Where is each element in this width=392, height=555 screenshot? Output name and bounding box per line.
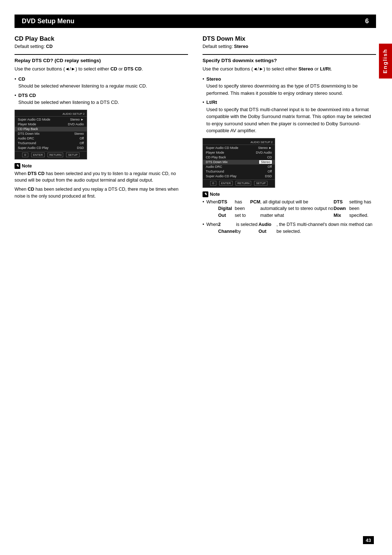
left-menu-enter-btn: ENTER bbox=[31, 153, 45, 157]
right-menu-enter-btn: ENTER bbox=[219, 181, 233, 186]
right-bullet-stereo-text: Used to specify stereo downmixing as the… bbox=[207, 83, 358, 96]
left-menu-row-4: DTS Down MixStereo bbox=[15, 131, 87, 136]
left-menu-row-1: Super Audio CD ModeStereo ► bbox=[15, 117, 87, 122]
left-bullet-cd-content: CD Should be selected whenever listening… bbox=[19, 76, 147, 90]
right-menu-nav-icon: ⊙ bbox=[210, 181, 216, 186]
left-note-label: Note bbox=[22, 163, 32, 169]
right-bullet-list-stereo: Stereo Used to specify stereo downmixing… bbox=[203, 76, 376, 97]
right-bullet-stereo-content: Stereo Used to specify stereo downmixing… bbox=[207, 76, 376, 97]
right-instruction: Use the cursor buttons (◄/►) to select e… bbox=[203, 65, 376, 73]
page-wrapper: English DVD Setup Menu 6 CD Play Back De… bbox=[0, 0, 392, 555]
right-menu-row-1: Super Audio CD ModeStereo ► bbox=[203, 146, 275, 150]
right-bullet-ltrt-text: Used to specify that DTS multi-channel i… bbox=[207, 107, 371, 134]
right-menu-return-btn: RETURN bbox=[236, 181, 251, 186]
right-menu-row-7: Super Audio CD PlayDSD bbox=[203, 174, 275, 179]
left-subsection-title: Replay DTS CD? (CD replay settings) bbox=[15, 58, 188, 63]
left-menu-title: AUDIO SETUP 2 bbox=[15, 112, 87, 117]
left-note-p1: When DTS CD has been selected and you tr… bbox=[15, 170, 188, 184]
right-menu-bottom-bar: ⊙ ENTER RETURN SETUP bbox=[203, 179, 275, 186]
left-bullet-list-2: DTS CD Should be selected when listening… bbox=[15, 92, 188, 106]
right-menu-row-6: TruSurroundOff bbox=[203, 169, 275, 174]
right-menu-row-5: Audio DRCOff bbox=[203, 165, 275, 169]
right-note-item-1: When DTS Digital Out has been set to PCM… bbox=[203, 199, 376, 219]
right-bullet-ltrt-content: Lt/Rt Used to specify that DTS multi-cha… bbox=[207, 99, 376, 134]
right-note-list: When DTS Digital Out has been set to PCM… bbox=[203, 199, 376, 235]
header-bar: DVD Setup Menu 6 bbox=[15, 15, 376, 28]
page-title: DVD Setup Menu bbox=[22, 17, 74, 25]
right-section-title: DTS Down Mix bbox=[203, 35, 376, 42]
left-menu-row-3: CD Play Back bbox=[15, 127, 87, 131]
left-menu-return-btn: RETURN bbox=[48, 153, 63, 157]
left-divider bbox=[15, 54, 188, 55]
left-menu-row-2: Player ModeDVD Audio bbox=[15, 122, 87, 127]
right-bullet-stereo-label: Stereo bbox=[207, 76, 221, 82]
left-menu-setup-btn: SETUP bbox=[66, 153, 79, 157]
left-bullet-dtscd-content: DTS CD Should be selected when listening… bbox=[19, 92, 119, 106]
right-default-value: Stereo bbox=[234, 44, 248, 49]
right-column: DTS Down Mix Default setting: Stereo Spe… bbox=[203, 35, 376, 238]
right-divider bbox=[203, 54, 376, 55]
left-menu-row-7: Super Audio CD PlayDSD bbox=[15, 146, 87, 150]
left-default-value: CD bbox=[46, 44, 53, 49]
right-menu-setup-btn: SETUP bbox=[254, 181, 268, 186]
left-menu-row-5: Audio DRCOff bbox=[15, 136, 87, 141]
side-tab: English bbox=[379, 44, 392, 78]
right-menu-screenshot: AUDIO SETUP 2 Super Audio CD ModeStereo … bbox=[203, 138, 275, 188]
right-note-box: ✎ Note When DTS Digital Out has been set… bbox=[203, 191, 376, 235]
left-section-title: CD Play Back bbox=[15, 35, 188, 42]
right-default-setting: Default setting: Stereo bbox=[203, 44, 376, 49]
right-bullet-ltrt: Lt/Rt Used to specify that DTS multi-cha… bbox=[203, 99, 376, 134]
left-bullet-dtscd: DTS CD Should be selected when listening… bbox=[15, 92, 188, 106]
header-page-number: 6 bbox=[365, 17, 369, 25]
left-bullet-cd: CD Should be selected whenever listening… bbox=[15, 76, 188, 90]
content-area: CD Play Back Default setting: CD Replay … bbox=[15, 28, 376, 238]
right-note-label: Note bbox=[210, 192, 220, 197]
left-note-header: ✎ Note bbox=[15, 163, 188, 169]
page-number-bottom: 43 bbox=[363, 536, 374, 544]
left-menu-row-6: TruSurroundOff bbox=[15, 141, 87, 146]
left-column: CD Play Back Default setting: CD Replay … bbox=[15, 35, 188, 238]
right-menu-title: AUDIO SETUP 2 bbox=[203, 140, 275, 145]
left-note-icon: ✎ bbox=[15, 163, 20, 169]
right-bullet-ltrt-label: Lt/Rt bbox=[207, 100, 217, 105]
right-menu-row-4: DTS Down MixStereo bbox=[203, 160, 275, 165]
left-note-p2: When CD has been selected and you replay… bbox=[15, 186, 188, 200]
right-bullet-list-ltrt: Lt/Rt Used to specify that DTS multi-cha… bbox=[203, 99, 376, 134]
left-menu-bottom-bar: ⊙ ENTER RETURN SETUP bbox=[15, 151, 87, 158]
left-menu-nav-icon: ⊙ bbox=[22, 153, 28, 157]
left-note-box: ✎ Note When DTS CD has been selected and… bbox=[15, 163, 188, 200]
left-default-setting: Default setting: CD bbox=[15, 44, 188, 49]
right-menu-row-2: Player ModeDVD Audio bbox=[203, 150, 275, 155]
right-note-item-2: When 2 Channel is selected by Audio Out,… bbox=[203, 221, 376, 235]
right-bullet-stereo: Stereo Used to specify stereo downmixing… bbox=[203, 76, 376, 97]
left-menu-screenshot: AUDIO SETUP 2 Super Audio CD ModeStereo … bbox=[15, 110, 87, 159]
right-note-icon: ✎ bbox=[203, 191, 208, 197]
left-bullet-cd-text: Should be selected whenever listening to… bbox=[19, 83, 147, 89]
left-bullet-dtscd-label: DTS CD bbox=[19, 93, 36, 98]
left-bullet-cd-label: CD bbox=[19, 76, 25, 82]
right-note-header: ✎ Note bbox=[203, 191, 376, 197]
left-instruction: Use the cursor buttons (◄/►) to select e… bbox=[15, 65, 188, 73]
right-menu-row-3: CD Play BackCD bbox=[203, 155, 275, 160]
right-subsection-title: Specify DTS downmix settings? bbox=[203, 58, 376, 63]
left-bullet-dtscd-text: Should be selected when listening to a D… bbox=[19, 100, 119, 105]
left-bullet-list: CD Should be selected whenever listening… bbox=[15, 76, 188, 90]
